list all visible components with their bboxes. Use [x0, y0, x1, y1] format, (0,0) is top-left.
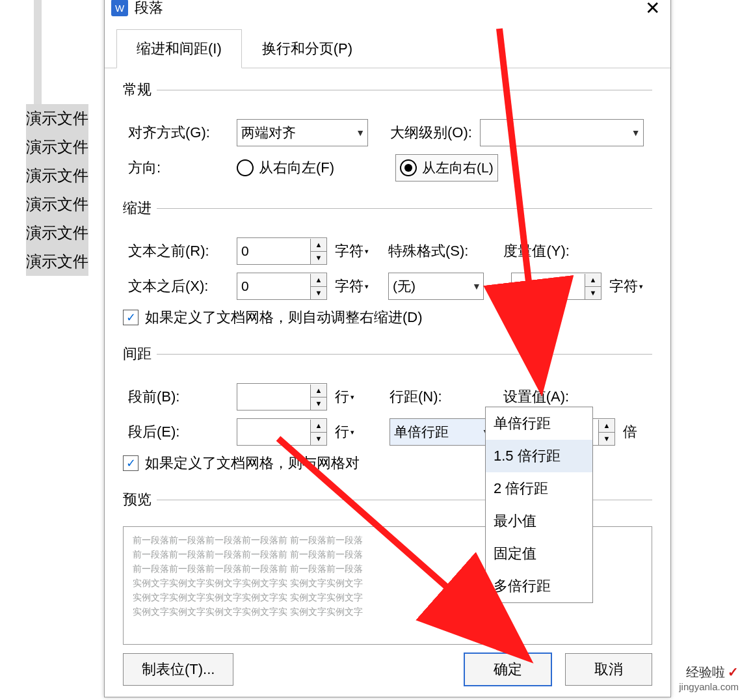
chevron-down-icon: ▼	[628, 128, 642, 138]
text-before-value[interactable]	[237, 239, 310, 263]
measure-unit[interactable]: 字符▾	[609, 276, 643, 296]
at-label: 设置值(A):	[503, 387, 569, 407]
measure-spin[interactable]: ▲▼	[511, 273, 601, 300]
doc-line: 演示文件	[26, 104, 88, 133]
auto-adjust-indent-checkbox[interactable]: ✓ 如果定义了文档网格，则自动调整右缩进(D)	[123, 308, 423, 327]
doc-line: 演示文件	[26, 219, 88, 247]
line-spacing-select[interactable]: ▼	[390, 418, 494, 446]
doc-line: 演示文件	[26, 190, 88, 219]
space-after-label: 段后(E):	[123, 422, 229, 442]
cancel-button[interactable]: 取消	[565, 653, 652, 686]
line-unit[interactable]: 行▾	[335, 422, 354, 442]
space-after-spin[interactable]: ▲▼	[237, 418, 327, 446]
direction-ltr-radio[interactable]: 从左向右(L)	[395, 154, 498, 182]
line-spacing-option[interactable]: 2 倍行距	[486, 472, 592, 505]
chevron-down-icon: ▼	[470, 281, 483, 291]
alignment-select[interactable]: ▼	[237, 119, 368, 146]
direction-rtl-radio[interactable]: 从右向左(F)	[237, 158, 334, 178]
spin-down-icon[interactable]: ▼	[311, 287, 326, 299]
section-preview-legend: 预览	[123, 490, 157, 509]
chevron-down-icon: ▼	[353, 128, 367, 138]
tab-indent-spacing[interactable]: 缩进和间距(I)	[116, 29, 242, 68]
indent-unit[interactable]: 字符▾	[335, 241, 369, 261]
outline-label: 大纲级别(O):	[390, 123, 472, 142]
spin-up-icon[interactable]: ▲	[311, 384, 326, 397]
doc-line: 演示文件	[26, 161, 88, 190]
special-format-label: 特殊格式(S):	[388, 241, 468, 261]
spin-up-icon[interactable]: ▲	[311, 239, 326, 252]
alignment-label: 对齐方式(G):	[123, 123, 229, 142]
doc-line: 演示文件	[26, 247, 88, 276]
line-spacing-label: 行距(N):	[390, 387, 442, 407]
doc-background: 演示文件 演示文件 演示文件 演示文件 演示文件 演示文件	[26, 104, 88, 276]
text-after-spin[interactable]: ▲▼	[237, 273, 327, 300]
doc-line: 演示文件	[26, 133, 88, 161]
special-format-select[interactable]: ▼	[388, 273, 484, 300]
text-before-spin[interactable]: ▲▼	[237, 237, 327, 265]
spin-down-icon[interactable]: ▼	[599, 433, 614, 445]
preview-line: 实例文字实例文字实例文字实例文字实 实例文字实例文字	[133, 605, 642, 619]
section-general: 常规 对齐方式(G): ▼ 大纲级别(O): ▼ 方向: 从右向左(F) 从左向…	[123, 80, 652, 193]
spin-down-icon[interactable]: ▼	[311, 397, 326, 410]
snap-to-grid-checkbox[interactable]: ✓ 如果定义了文档网格，则与网格对	[123, 453, 360, 473]
title-bar: W 段落 ✕	[105, 0, 670, 21]
text-before-label: 文本之前(R):	[123, 241, 229, 261]
spin-up-icon[interactable]: ▲	[585, 274, 601, 287]
section-general-legend: 常规	[123, 80, 157, 100]
section-indent-legend: 缩进	[123, 198, 157, 218]
outline-value[interactable]	[481, 120, 629, 145]
line-spacing-dropdown: 单倍行距 1.5 倍行距 2 倍行距 最小值 固定值 多倍行距	[485, 407, 593, 603]
tab-bar: 缩进和间距(I) 换行和分页(P)	[105, 29, 670, 68]
spin-up-icon[interactable]: ▲	[311, 274, 326, 287]
line-spacing-option[interactable]: 单倍行距	[486, 407, 592, 440]
at-unit: 倍	[623, 422, 637, 442]
paragraph-dialog: W 段落 ✕ 缩进和间距(I) 换行和分页(P) 常规 对齐方式(G): ▼ 大…	[104, 0, 671, 697]
dialog-title: 段落	[135, 0, 641, 18]
measure-label: 度量值(Y):	[503, 241, 569, 261]
text-after-label: 文本之后(X):	[123, 276, 229, 296]
outline-level-select[interactable]: ▼	[480, 119, 644, 146]
line-spacing-option[interactable]: 1.5 倍行距	[486, 440, 592, 472]
line-spacing-option[interactable]: 固定值	[486, 537, 592, 570]
ok-button[interactable]: 确定	[464, 653, 552, 686]
watermark: 经验啦✓ jingyanla.com	[679, 664, 739, 692]
tabs-button[interactable]: 制表位(T)...	[123, 653, 233, 686]
tab-line-page-breaks[interactable]: 换行和分页(P)	[242, 29, 373, 68]
indent-unit[interactable]: 字符▾	[335, 276, 369, 296]
space-before-label: 段前(B):	[123, 387, 229, 407]
spin-down-icon[interactable]: ▼	[311, 252, 326, 264]
app-icon: W	[111, 0, 128, 16]
direction-label: 方向:	[123, 158, 229, 178]
space-before-spin[interactable]: ▲▼	[237, 383, 327, 411]
line-spacing-option[interactable]: 最小值	[486, 505, 592, 537]
spin-down-icon[interactable]: ▼	[311, 433, 326, 445]
spin-up-icon[interactable]: ▲	[311, 420, 326, 433]
dialog-button-row: 制表位(T)... 确定 取消	[105, 653, 670, 686]
spin-up-icon[interactable]: ▲	[599, 420, 614, 433]
close-icon[interactable]: ✕	[641, 0, 664, 19]
alignment-value[interactable]	[237, 120, 353, 145]
section-spacing-legend: 间距	[123, 344, 157, 364]
line-unit[interactable]: 行▾	[335, 387, 354, 407]
section-indent: 缩进 文本之前(R): ▲▼ 字符▾ 特殊格式(S): 度量值(Y): 文本之后…	[123, 198, 652, 339]
text-after-value[interactable]	[237, 274, 310, 299]
spin-down-icon[interactable]: ▼	[585, 287, 601, 299]
line-spacing-option[interactable]: 多倍行距	[486, 570, 592, 602]
